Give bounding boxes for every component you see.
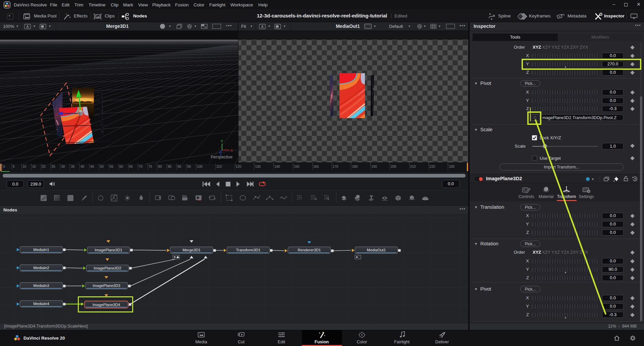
svg-text:A: A (261, 25, 264, 29)
svg-text:X: X (230, 148, 233, 152)
svg-text:Perspective: Perspective (211, 155, 232, 159)
svg-text:T: T (69, 196, 72, 201)
svg-text:T: T (370, 195, 373, 200)
svg-text:Y: Y (221, 139, 223, 143)
svg-text:A: A (26, 25, 29, 29)
